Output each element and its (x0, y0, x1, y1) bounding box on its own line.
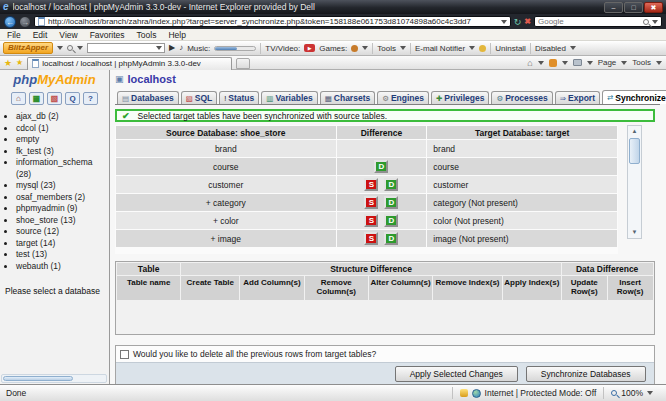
maximize-button[interactable]: □ (624, 2, 643, 13)
status-zoom-segment[interactable]: 100% (603, 387, 660, 399)
print-icon[interactable] (573, 59, 582, 66)
home-dropdown-icon[interactable] (538, 61, 544, 65)
tab-databases[interactable]: ▤Databases (117, 91, 179, 104)
home-icon[interactable]: ⌂ (527, 58, 532, 68)
home-icon[interactable]: ⌂ (11, 92, 26, 105)
menu-file[interactable]: File (7, 30, 21, 40)
email-notifier-label[interactable]: E-mail Notifier (415, 44, 465, 53)
favorites-icon[interactable]: ★ (4, 57, 12, 69)
menu-view[interactable]: View (59, 30, 77, 40)
tab-processes[interactable]: ⚙Processes (491, 91, 552, 104)
zoom-dropdown-icon[interactable] (647, 391, 653, 395)
back-button[interactable]: ← (4, 16, 16, 28)
structure-diff-button[interactable]: S (364, 232, 378, 245)
database-item[interactable]: test (13) (16, 249, 109, 261)
search-dropdown-icon[interactable] (652, 20, 658, 24)
tab-synchronize[interactable]: ⇄Synchronize (602, 90, 666, 104)
sidebar-horizontal-scrollbar[interactable] (1, 374, 107, 383)
structure-diff-button[interactable]: S (364, 214, 378, 227)
database-item[interactable]: osaf_members (2) (16, 192, 109, 204)
menu-edit[interactable]: Edit (33, 30, 48, 40)
toolbar-search-icon[interactable] (67, 45, 73, 51)
zoom-level-text[interactable]: 100% (621, 388, 643, 398)
structure-diff-button[interactable]: S (364, 196, 378, 209)
pma-logo[interactable]: phpMyAdmin (0, 73, 109, 87)
sql-window-icon[interactable]: ▦ (29, 92, 44, 105)
data-diff-button[interactable]: D (384, 196, 398, 209)
play-icon[interactable]: ▶ (169, 42, 175, 54)
data-diff-button[interactable]: D (384, 178, 398, 191)
tab-privileges[interactable]: ✚Privileges (431, 91, 489, 104)
menu-favorites[interactable]: Favorites (90, 30, 125, 40)
delete-rows-checkbox[interactable] (120, 350, 129, 359)
page-dropdown-icon[interactable] (621, 61, 627, 65)
mysql-docs-icon[interactable]: ? (83, 92, 98, 105)
brand-dropdown-icon[interactable] (57, 46, 63, 50)
forward-button[interactable]: → (19, 16, 31, 28)
apply-selected-changes-button[interactable]: Apply Selected Changes (395, 366, 518, 382)
url-text[interactable]: http://localhost/branch/zahra/index.php?… (48, 17, 498, 26)
database-item[interactable]: target (14) (16, 238, 109, 250)
tab-export[interactable]: ⇒Export (555, 91, 600, 104)
database-item[interactable]: shoe_store (13) (16, 215, 109, 227)
delete-rows-label[interactable]: Would you like to delete all the previou… (133, 349, 376, 359)
tab-charsets[interactable]: ▦Charsets (320, 91, 375, 104)
tools-dropdown-icon[interactable] (400, 46, 406, 50)
tab-variables[interactable]: ▥Variables (261, 91, 317, 104)
address-dropdown-icon[interactable] (501, 20, 507, 24)
refresh-button[interactable]: ↻ (514, 16, 522, 28)
scroll-down-icon[interactable]: ▼ (632, 227, 638, 238)
logout-icon[interactable]: ▧ (47, 92, 62, 105)
disabled-dropdown-icon[interactable] (570, 46, 576, 50)
scrollbar-thumb[interactable] (629, 138, 640, 164)
database-item[interactable]: information_schema (28) (16, 157, 109, 180)
pma-docs-icon[interactable]: Q (65, 92, 80, 105)
server-name[interactable]: localhost (128, 73, 176, 85)
add-favorite-icon[interactable]: ★ (16, 57, 23, 69)
close-button[interactable]: ✖ (644, 2, 663, 13)
database-item[interactable]: mysql (23) (16, 180, 109, 192)
database-item[interactable]: empty (16, 134, 109, 146)
feeds-icon[interactable] (549, 59, 557, 67)
print-dropdown-icon[interactable] (587, 61, 593, 65)
feeds-dropdown-icon[interactable] (562, 61, 568, 65)
database-item[interactable]: fk_test (3) (16, 146, 109, 158)
minimize-button[interactable]: – (604, 2, 623, 13)
page-menu-button[interactable]: Page (598, 58, 617, 67)
toolbar-search-dropdown-icon[interactable] (77, 46, 83, 50)
tools-label[interactable]: Tools (377, 44, 396, 53)
database-item[interactable]: cdcol (1) (16, 123, 109, 135)
games-dropdown-icon[interactable] (362, 46, 368, 50)
combo-dropdown-icon[interactable] (156, 46, 162, 50)
data-diff-button[interactable]: D (374, 160, 388, 173)
menu-help[interactable]: Help (168, 30, 185, 40)
scroll-up-icon[interactable]: ▲ (632, 126, 638, 137)
addon-brand-logo[interactable]: BlitzApper (3, 42, 53, 54)
database-item[interactable]: webauth (1) (16, 261, 109, 273)
search-input[interactable] (538, 17, 640, 26)
data-diff-button[interactable]: D (384, 214, 398, 227)
menu-tools[interactable]: Tools (137, 30, 157, 40)
music-slider[interactable] (214, 46, 256, 51)
address-field[interactable]: http://localhost/branch/zahra/index.php?… (34, 16, 511, 27)
database-item[interactable]: source (12) (16, 226, 109, 238)
browser-tab[interactable]: localhost / localhost | phpMyAdmin 3.3.0… (27, 57, 232, 70)
tv-video-label[interactable]: TV/Video: (265, 44, 300, 53)
games-label[interactable]: Games: (319, 44, 347, 53)
tab-sql[interactable]: ▧SQL (181, 91, 218, 104)
sync-vertical-scrollbar[interactable]: ▲ ▼ (627, 125, 642, 239)
tab-engines[interactable]: ⚙Engines (377, 91, 429, 104)
games-icon[interactable] (351, 45, 358, 52)
search-icon[interactable] (643, 19, 649, 25)
structure-diff-button[interactable]: S (364, 178, 378, 191)
toolbar-combo-box[interactable] (87, 43, 165, 53)
data-diff-button[interactable]: D (384, 232, 398, 245)
search-box[interactable] (534, 16, 662, 27)
tools-dropdown-icon[interactable] (656, 61, 662, 65)
database-item[interactable]: phpmyadmin (9) (16, 203, 109, 215)
database-item[interactable]: ajax_db (2) (16, 111, 109, 123)
disabled-label[interactable]: Disabled (535, 44, 566, 53)
scrollbar-thumb[interactable] (3, 376, 73, 381)
uninstall-label[interactable]: Uninstall (495, 44, 526, 53)
stop-button[interactable]: ✖ (524, 16, 531, 28)
